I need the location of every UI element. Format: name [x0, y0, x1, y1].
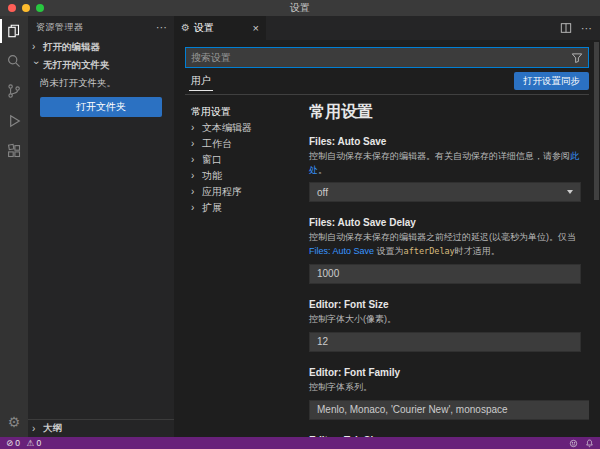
run-debug-icon[interactable] — [0, 106, 28, 136]
settings-toc: 常用设置 › 文本编辑器 › 工作台 › 窗口 — [185, 102, 301, 437]
tab-label: 设置 — [194, 21, 214, 35]
settings-search-input[interactable] — [191, 52, 567, 63]
desc-text: 控制自动保存未保存的编辑器。有关自动保存的详细信息，请参阅 — [309, 151, 570, 161]
sidebar-title: 资源管理器 — [36, 21, 84, 34]
setting-description-link[interactable]: Files: Auto Save — [309, 246, 374, 256]
warning-count: 0 — [36, 439, 41, 448]
warning-icon: ⚠ — [27, 439, 35, 448]
setting-auto-save-delay: Files: Auto Save Delay 控制自动保存未保存的编辑器之前经过… — [309, 217, 589, 284]
outline-section[interactable]: › 大纲 — [28, 419, 174, 437]
desc-text: 设置为 — [374, 246, 404, 256]
editor-area: ⚙ 设置 × ⋯ — [174, 16, 600, 437]
desc-text: 控制自动保存未保存的编辑器之前经过的延迟(以毫秒为单位)。仅当 — [309, 232, 576, 242]
chevron-right-icon: › — [32, 42, 40, 52]
auto-save-select[interactable]: off — [309, 182, 581, 202]
close-window-button[interactable] — [8, 4, 16, 12]
font-size-input[interactable] — [309, 332, 581, 352]
setting-font-size: Editor: Font Size 控制字体大小(像素)。 — [309, 299, 589, 352]
inline-code: afterDelay — [404, 246, 455, 256]
setting-tab-size: Editor: Tab Size 一个制表符等于的空格数。在 Editor: D… — [309, 435, 589, 438]
setting-title: Editor: Tab Size — [309, 435, 589, 438]
maximize-window-button[interactable] — [36, 4, 44, 12]
setting-description: 控制自动保存未保存的编辑器之前经过的延迟(以毫秒为单位)。仅当 Files: A… — [309, 231, 589, 258]
filter-icon[interactable] — [571, 52, 583, 64]
toc-item-text-editor[interactable]: › 文本编辑器 — [185, 120, 301, 136]
toc-label: 工作台 — [202, 137, 232, 151]
search-icon[interactable] — [0, 46, 28, 76]
error-icon: ⊘ — [6, 439, 13, 448]
chevron-down-icon: › — [31, 61, 41, 69]
chevron-right-icon: › — [191, 187, 199, 197]
title-bar: 设置 — [0, 0, 600, 16]
chevron-right-icon: › — [191, 139, 199, 149]
open-editors-label: 打开的编辑器 — [43, 41, 100, 54]
toc-item-window[interactable]: › 窗口 — [185, 152, 301, 168]
settings-gear-icon: ⚙ — [181, 23, 190, 33]
setting-title: Editor: Font Size — [309, 299, 589, 310]
window-title: 设置 — [290, 1, 310, 15]
explorer-icon[interactable] — [0, 16, 28, 46]
tab-settings[interactable]: ⚙ 设置 × — [174, 16, 266, 40]
notifications-bell-icon[interactable] — [585, 439, 594, 448]
turn-on-settings-sync-button[interactable]: 打开设置同步 — [514, 72, 589, 90]
settings-editor: 用户 打开设置同步 常用设置 › 文本编辑器 › — [174, 40, 600, 437]
select-value: off — [317, 187, 328, 198]
manage-gear-icon[interactable]: ⚙ — [0, 407, 28, 437]
sidebar-header: 资源管理器 ⋯ — [28, 16, 174, 38]
tab-user-settings[interactable]: 用户 — [185, 68, 217, 94]
tab-bar: ⚙ 设置 × ⋯ — [174, 16, 600, 40]
chevron-right-icon: › — [191, 171, 199, 181]
toc-item-application[interactable]: › 应用程序 — [185, 184, 301, 200]
chevron-right-icon: › — [191, 203, 199, 213]
setting-description: 控制自动保存未保存的编辑器。有关自动保存的详细信息，请参阅此处。 — [309, 150, 589, 177]
toc-item-extensions[interactable]: › 扩展 — [185, 200, 301, 216]
feedback-icon[interactable] — [569, 439, 578, 448]
minimize-window-button[interactable] — [22, 4, 30, 12]
setting-font-family: Editor: Font Family 控制字体系列。 — [309, 367, 589, 420]
toc-label: 文本编辑器 — [202, 121, 252, 135]
auto-save-delay-input[interactable] — [309, 264, 581, 284]
extensions-icon[interactable] — [0, 136, 28, 166]
setting-title: Files: Auto Save Delay — [309, 217, 589, 228]
open-editors-section[interactable]: › 打开的编辑器 — [28, 38, 174, 56]
toc-label: 窗口 — [202, 153, 222, 167]
more-actions-icon[interactable]: ⋯ — [156, 21, 166, 34]
toc-label: 应用程序 — [202, 185, 242, 199]
toc-label: 常用设置 — [191, 105, 231, 119]
vscode-window: 设置 — [0, 0, 600, 449]
settings-list: 常用设置 Files: Auto Save 控制自动保存未保存的编辑器。有关自动… — [301, 102, 589, 437]
toc-item-commonly-used[interactable]: 常用设置 — [185, 104, 301, 120]
explorer-sidebar: 资源管理器 ⋯ › 打开的编辑器 › 无打开的文件夹 尚未打开文件夹。 打开文件… — [28, 16, 174, 437]
desc-text: 。 — [318, 165, 327, 175]
toc-item-features[interactable]: › 功能 — [185, 168, 301, 184]
editor-actions: ⋯ — [551, 16, 600, 40]
settings-group-heading: 常用设置 — [309, 102, 589, 123]
outline-label: 大纲 — [43, 422, 62, 435]
setting-description: 控制字体系列。 — [309, 381, 589, 395]
no-folder-section[interactable]: › 无打开的文件夹 — [28, 56, 174, 74]
more-actions-icon[interactable]: ⋯ — [581, 22, 591, 35]
split-editor-icon[interactable] — [560, 22, 572, 34]
problems-warnings[interactable]: ⚠ 0 — [27, 439, 41, 448]
setting-description: 控制字体大小(像素)。 — [309, 313, 589, 327]
desc-text: 时才适用。 — [455, 246, 500, 256]
window-controls — [8, 4, 44, 12]
toc-item-workbench[interactable]: › 工作台 — [185, 136, 301, 152]
chevron-right-icon: › — [32, 424, 40, 434]
scrollbar[interactable] — [594, 42, 599, 200]
open-folder-button[interactable]: 打开文件夹 — [40, 97, 162, 117]
source-control-icon[interactable] — [0, 76, 28, 106]
chevron-right-icon: › — [191, 123, 199, 133]
chevron-right-icon: › — [191, 155, 199, 165]
settings-search-box — [185, 47, 589, 68]
problems-errors[interactable]: ⊘ 0 — [6, 439, 20, 448]
no-folder-label: 无打开的文件夹 — [43, 59, 110, 72]
toc-label: 功能 — [202, 169, 222, 183]
gear-icon: ⚙ — [8, 415, 21, 429]
font-family-input[interactable] — [309, 400, 589, 420]
toc-label: 扩展 — [202, 201, 222, 215]
close-tab-icon[interactable]: × — [253, 23, 259, 34]
error-count: 0 — [15, 439, 20, 448]
setting-title: Editor: Font Family — [309, 367, 589, 378]
setting-title: Files: Auto Save — [309, 136, 589, 147]
